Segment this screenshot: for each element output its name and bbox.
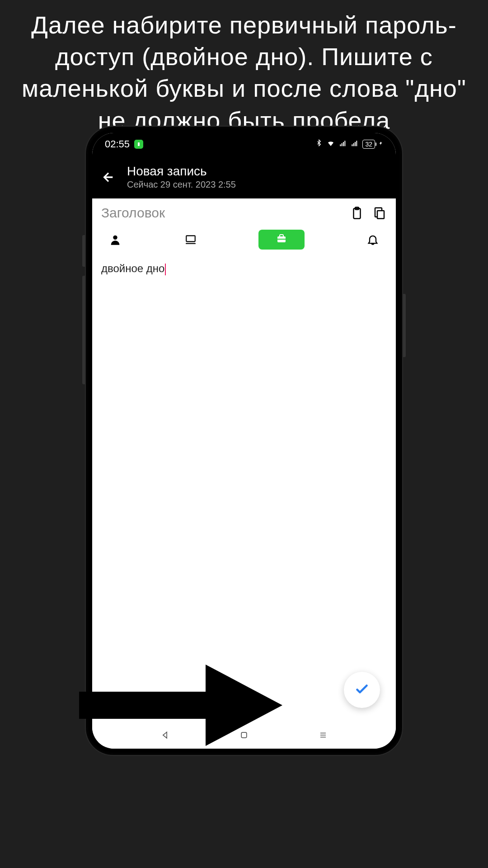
svg-rect-6 bbox=[353, 143, 354, 146]
phone-notch bbox=[208, 133, 280, 146]
svg-rect-11 bbox=[377, 211, 384, 219]
svg-rect-13 bbox=[186, 236, 195, 241]
wifi-icon bbox=[326, 138, 335, 150]
phone-power-button bbox=[403, 294, 406, 357]
header-title: Новая запись bbox=[127, 164, 387, 179]
copy-button[interactable] bbox=[372, 206, 387, 220]
svg-rect-5 bbox=[352, 144, 353, 146]
phone-volume-rocker bbox=[82, 276, 85, 384]
svg-point-12 bbox=[113, 236, 117, 240]
battery-saver-icon bbox=[134, 140, 143, 149]
header-subtitle: Сейчас 29 сент. 2023 2:55 bbox=[127, 179, 387, 190]
category-device-button[interactable] bbox=[183, 232, 198, 247]
save-fab-button[interactable] bbox=[344, 672, 380, 708]
svg-rect-8 bbox=[357, 141, 357, 146]
note-body-input[interactable]: двойное дно bbox=[92, 254, 396, 283]
phone-screen: 02:55 32 bbox=[92, 133, 396, 749]
svg-rect-7 bbox=[355, 142, 356, 146]
svg-rect-2 bbox=[342, 143, 343, 146]
content-area: Заголовок bbox=[92, 198, 396, 722]
signal-icon-2 bbox=[351, 138, 359, 150]
back-button[interactable] bbox=[101, 170, 116, 184]
battery-indicator: 32 bbox=[362, 140, 375, 149]
phone-volume-button bbox=[82, 235, 85, 267]
app-header: Новая запись Сейчас 29 сент. 2023 2:55 bbox=[92, 156, 396, 198]
svg-rect-4 bbox=[345, 141, 346, 146]
status-time: 02:55 bbox=[105, 138, 130, 150]
svg-rect-1 bbox=[340, 144, 341, 146]
nav-recent-button[interactable] bbox=[317, 729, 329, 741]
note-text: двойное дно bbox=[101, 262, 164, 274]
category-row bbox=[92, 225, 396, 254]
bluetooth-icon bbox=[315, 138, 323, 150]
check-icon bbox=[354, 681, 370, 699]
category-personal-button[interactable] bbox=[108, 232, 122, 247]
signal-icon bbox=[339, 138, 347, 150]
svg-rect-15 bbox=[277, 239, 286, 240]
svg-marker-21 bbox=[206, 665, 282, 746]
charging-icon bbox=[379, 138, 383, 150]
arrow-pointer-annotation bbox=[79, 660, 305, 752]
title-input[interactable]: Заголовок bbox=[101, 205, 350, 221]
svg-rect-3 bbox=[343, 142, 344, 146]
category-work-button[interactable] bbox=[258, 230, 305, 250]
notification-button[interactable] bbox=[366, 232, 380, 247]
briefcase-icon bbox=[276, 233, 287, 246]
svg-rect-20 bbox=[79, 692, 215, 719]
clipboard-button[interactable] bbox=[350, 206, 364, 220]
svg-rect-0 bbox=[138, 142, 140, 146]
text-cursor bbox=[165, 264, 166, 275]
